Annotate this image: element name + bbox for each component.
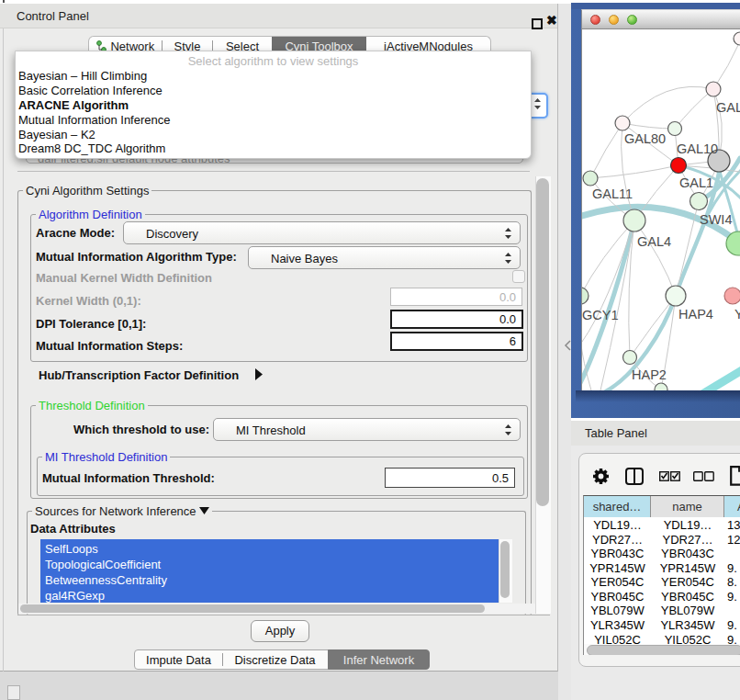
svg-text:HAP2: HAP2 [632, 367, 667, 382]
svg-text:GAL10: GAL10 [677, 141, 718, 156]
svg-text:GAL80: GAL80 [624, 131, 666, 146]
svg-text:Y: Y [734, 307, 740, 322]
svg-text:GAL11: GAL11 [592, 186, 633, 201]
svg-text:SWI4: SWI4 [700, 212, 732, 227]
svg-text:GAL: GAL [716, 100, 740, 115]
svg-text:GCY1: GCY1 [582, 308, 619, 322]
svg-text:GAL4: GAL4 [637, 234, 671, 249]
svg-text:HAP4: HAP4 [678, 307, 713, 322]
svg-text:GAL1: GAL1 [679, 175, 713, 190]
